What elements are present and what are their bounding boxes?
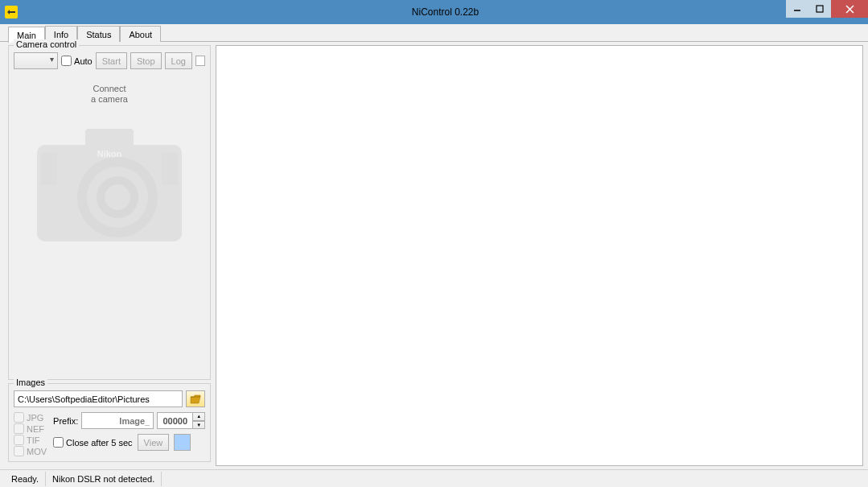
window-controls [786, 0, 868, 18]
close-button[interactable] [831, 0, 868, 18]
statusbar: Ready. Nikon DSLR not detected. [0, 469, 868, 487]
svg-rect-5 [85, 129, 134, 149]
jpg-checkbox-wrap[interactable]: JPG [14, 412, 47, 423]
path-row [14, 390, 205, 407]
spinner-down-button[interactable]: ▼ [192, 421, 205, 430]
svg-rect-12 [162, 153, 178, 185]
svg-text:Nikon: Nikon [97, 149, 122, 159]
nef-checkbox[interactable] [14, 423, 24, 434]
counter-spinner: 00000 ▲ ▼ [157, 412, 205, 429]
close-row: Close after 5 sec View [53, 434, 205, 451]
tif-checkbox-wrap[interactable]: TIF [14, 435, 47, 445]
images-group: Images JPG NEF TIF MOV [8, 383, 211, 462]
tab-status[interactable]: Status [77, 26, 120, 42]
prefix-label: Prefix: [53, 416, 78, 426]
prefix-input[interactable] [81, 412, 154, 429]
folder-open-icon [190, 394, 201, 404]
left-panel: Camera control Auto Start Stop Log Conne… [8, 45, 211, 466]
camera-controls-row: Auto Start Stop Log [14, 52, 205, 69]
jpg-checkbox[interactable] [14, 412, 24, 423]
images-legend: Images [14, 378, 47, 387]
camera-control-legend: Camera control [14, 39, 79, 49]
spinner-up-button[interactable]: ▲ [192, 412, 205, 421]
camera-dropdown[interactable] [14, 52, 58, 69]
connect-message: Connect a camera [14, 84, 205, 105]
extra-checkbox[interactable] [195, 56, 205, 66]
svg-rect-1 [817, 6, 823, 12]
images-bottom: JPG NEF TIF MOV Prefix: 00000 ▲ [14, 412, 205, 456]
auto-label: Auto [74, 56, 93, 66]
log-button[interactable]: Log [165, 52, 192, 69]
color-swatch[interactable] [174, 434, 191, 451]
view-button[interactable]: View [138, 434, 170, 451]
prefix-column: Prefix: 00000 ▲ ▼ [53, 412, 205, 456]
path-input[interactable] [14, 390, 183, 407]
close-after-checkbox[interactable] [53, 437, 64, 448]
status-ready: Ready. [5, 472, 46, 486]
start-button[interactable]: Start [96, 52, 127, 69]
camera-placeholder-image: Nikon [21, 113, 198, 258]
connect-line2: a camera [14, 94, 205, 105]
svg-rect-11 [41, 153, 57, 185]
preview-panel [216, 45, 863, 466]
browse-button[interactable] [186, 390, 205, 407]
tab-content: Camera control Auto Start Stop Log Conne… [0, 42, 868, 469]
client-area: Main Info Status About Camera control Au… [0, 24, 868, 487]
svg-point-9 [105, 184, 130, 210]
tab-about[interactable]: About [120, 26, 161, 42]
camera-control-group: Camera control Auto Start Stop Log Conne… [8, 45, 211, 380]
mov-checkbox-wrap[interactable]: MOV [14, 446, 47, 456]
close-after-label: Close after 5 sec [66, 438, 133, 448]
mov-checkbox[interactable] [14, 446, 24, 456]
status-detection: Nikon DSLR not detected. [46, 472, 162, 486]
minimize-button[interactable] [786, 0, 808, 18]
window-title: NiControl 0.22b [23, 6, 868, 18]
auto-checkbox[interactable] [61, 56, 72, 66]
counter-value[interactable]: 00000 [157, 412, 192, 429]
close-after-checkbox-wrap[interactable]: Close after 5 sec [53, 437, 133, 448]
tab-strip: Main Info Status About [0, 24, 868, 42]
titlebar: NiControl 0.22b [0, 0, 868, 24]
nef-checkbox-wrap[interactable]: NEF [14, 423, 47, 434]
app-icon [5, 6, 18, 19]
prefix-row: Prefix: 00000 ▲ ▼ [53, 412, 205, 429]
auto-checkbox-wrap[interactable]: Auto [61, 56, 93, 66]
format-column: JPG NEF TIF MOV [14, 412, 47, 456]
tif-checkbox[interactable] [14, 435, 24, 445]
connect-line1: Connect [14, 84, 205, 94]
stop-button[interactable]: Stop [130, 52, 162, 69]
maximize-button[interactable] [808, 0, 831, 18]
